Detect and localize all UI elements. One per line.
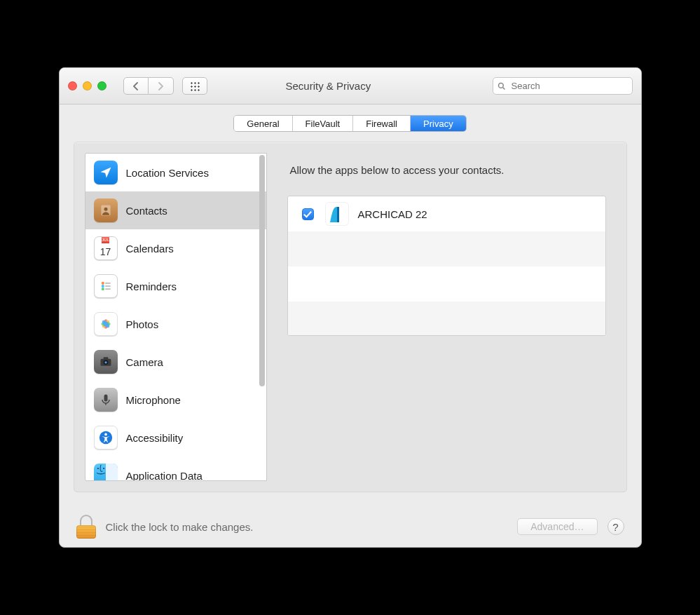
back-button[interactable] <box>123 77 149 95</box>
search-icon <box>497 82 506 90</box>
accessibility-icon <box>94 426 118 450</box>
archicad-icon <box>326 203 348 225</box>
svg-point-16 <box>104 361 107 363</box>
advanced-button[interactable]: Advanced… <box>517 518 597 535</box>
search-input[interactable] <box>493 77 633 95</box>
prefs-window: Security & Privacy General FileVault Fir… <box>59 67 642 548</box>
zoom-window-button[interactable] <box>97 81 107 90</box>
tab-label: Privacy <box>423 119 453 129</box>
nav-segment <box>123 77 174 95</box>
lock-hint-text: Click the lock to make changes. <box>106 521 254 533</box>
svg-rect-17 <box>103 357 108 359</box>
svg-point-6 <box>102 285 104 288</box>
chevron-left-icon <box>132 82 139 90</box>
contacts-icon <box>94 198 118 222</box>
window-controls <box>68 81 107 90</box>
sidebar-item-camera[interactable]: Camera <box>85 343 266 381</box>
svg-point-21 <box>104 433 107 436</box>
sidebar-item-label: Microphone <box>126 394 181 406</box>
sidebar-item-application-data[interactable]: Application Data <box>85 457 266 480</box>
show-all-button[interactable] <box>182 77 207 95</box>
close-window-button[interactable] <box>68 81 77 90</box>
app-row-empty <box>288 266 605 302</box>
svg-point-8 <box>102 288 104 290</box>
search-field-wrap <box>493 77 633 95</box>
svg-rect-24 <box>337 207 339 222</box>
tab-firewall[interactable]: Firewall <box>353 116 411 131</box>
sidebar-scrollbar[interactable] <box>259 155 265 386</box>
minimize-window-button[interactable] <box>83 81 92 90</box>
sidebar-item-label: Application Data <box>126 470 203 481</box>
sidebar-item-label: Camera <box>126 356 163 368</box>
sidebar-item-reminders[interactable]: Reminders <box>85 267 266 305</box>
calendar-icon: JUL 17 <box>94 236 118 260</box>
app-permission-list: ARCHICAD 22 <box>287 196 606 336</box>
sidebar-item-accessibility[interactable]: Accessibility <box>85 419 266 457</box>
tab-general[interactable]: General <box>234 116 292 131</box>
app-permission-checkbox[interactable] <box>302 208 314 220</box>
privacy-detail-pane: Allow the apps below to access your cont… <box>277 153 616 481</box>
svg-point-4 <box>102 283 104 285</box>
reminders-icon <box>94 274 118 298</box>
tab-label: General <box>247 119 279 129</box>
privacy-category-list: Location Services Contacts JUL 17 Calend… <box>85 153 267 481</box>
help-icon: ? <box>612 521 618 533</box>
sidebar-item-label: Contacts <box>126 205 167 217</box>
window-title: Security & Privacy <box>286 80 371 92</box>
sidebar-item-label: Accessibility <box>126 432 184 444</box>
sidebar-item-label: Location Services <box>126 167 209 179</box>
svg-point-22 <box>97 468 98 469</box>
sidebar-item-microphone[interactable]: Microphone <box>85 381 266 419</box>
location-icon <box>94 161 118 184</box>
app-row-empty <box>288 231 605 266</box>
chevron-right-icon <box>157 82 164 90</box>
lock-icon <box>80 515 92 526</box>
camera-icon <box>94 350 118 374</box>
help-button[interactable]: ? <box>608 518 624 535</box>
tab-label: Firewall <box>366 119 397 129</box>
titlebar: Security & Privacy <box>60 68 641 104</box>
tab-label: FileVault <box>306 119 341 129</box>
app-row[interactable]: ARCHICAD 22 <box>288 196 605 231</box>
svg-point-0 <box>498 83 503 88</box>
app-row-empty <box>288 302 605 336</box>
sidebar-item-label: Photos <box>126 318 159 330</box>
svg-point-23 <box>103 468 104 469</box>
tab-bar: General FileVault Firewall Privacy <box>60 104 641 142</box>
svg-rect-18 <box>104 395 107 402</box>
lock-button[interactable] <box>76 515 96 539</box>
sidebar-item-photos[interactable]: Photos <box>85 305 266 343</box>
svg-line-1 <box>502 87 505 89</box>
tab-filevault[interactable]: FileVault <box>293 116 354 131</box>
sidebar-item-calendars[interactable]: JUL 17 Calendars <box>85 229 266 267</box>
sidebar-item-contacts[interactable]: Contacts <box>85 191 266 229</box>
tab-privacy[interactable]: Privacy <box>411 116 466 131</box>
finder-icon <box>94 464 118 480</box>
advanced-label: Advanced… <box>530 521 584 532</box>
privacy-prompt-text: Allow the apps below to access your cont… <box>290 164 606 176</box>
sidebar-item-location-services[interactable]: Location Services <box>85 154 266 191</box>
sidebar-item-label: Calendars <box>126 243 174 255</box>
forward-button[interactable] <box>149 77 174 95</box>
app-name-label: ARCHICAD 22 <box>358 208 427 220</box>
sidebar-item-label: Reminders <box>126 281 177 292</box>
main-panel: Location Services Contacts JUL 17 Calend… <box>74 142 627 492</box>
window-footer: Click the lock to make changes. Advanced… <box>60 506 641 547</box>
svg-point-3 <box>104 208 107 211</box>
microphone-icon <box>94 388 118 412</box>
grid-icon <box>190 81 200 91</box>
photos-icon <box>94 312 118 336</box>
